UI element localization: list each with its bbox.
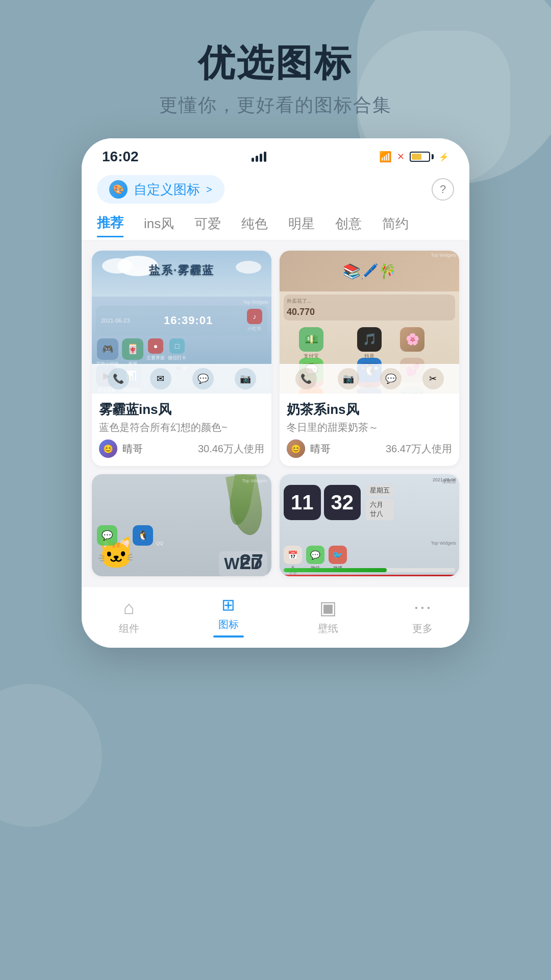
more-tab-label: 更多 (412, 622, 433, 635)
bolt-icon: ⚡ (439, 152, 449, 162)
theme-card-blue[interactable]: 👑 盐系·雾霾蓝 Top Widgets 2021-06-23 16: (92, 251, 271, 466)
author-name-blue: 晴哥 (122, 442, 143, 456)
status-bar: 16:02 📶 ✕ ⚡ (82, 138, 469, 170)
tab-bar: 推荐 ins风 可爱 纯色 明星 创意 简约 (82, 209, 469, 240)
card-info-cream: 奶茶系ins风 冬日里的甜栗奶茶～ 😊 晴哥 36.47万人使用 (280, 394, 459, 466)
status-icons: 📶 ✕ ⚡ (379, 151, 449, 163)
signal-bars-icon (252, 152, 266, 162)
card-name-cream: 奶茶系ins风 (287, 401, 452, 419)
icons-tab-label: 图标 (218, 618, 239, 631)
header-section: 优选图标 更懂你，更好看的图标合集 (0, 0, 551, 138)
theme-card-dark[interactable]: 2021-08-06 星期五 11 32 星期五 六月廿八 (280, 474, 459, 576)
status-time: 16:02 (102, 149, 139, 165)
tab-cute[interactable]: 可爱 (194, 215, 221, 237)
sim-icon: ✕ (397, 151, 405, 162)
card-name-blue: 雾霾蓝ins风 (99, 401, 264, 419)
card-desc-blue: 蓝色是符合所有幻想的颜色~ (99, 421, 264, 434)
icons-tab-icon: ⊞ (221, 595, 235, 615)
tab-creative[interactable]: 创意 (335, 215, 362, 237)
help-button[interactable]: ? (432, 178, 454, 201)
theme-card-grid: 👑 盐系·雾霾蓝 Top Widgets 2021-06-23 16: (92, 251, 459, 576)
theme-card-cream[interactable]: 📚🖊️🎋 Top Widgets 外卖花了... 40.770 💵 支付宝 (280, 251, 459, 466)
phone-frame: 16:02 📶 ✕ ⚡ 🎨 自定义图标 > (82, 138, 469, 648)
custom-button-label: 自定义图标 (134, 181, 200, 199)
tab-solid[interactable]: 纯色 (241, 215, 268, 237)
preview-title-blue: 盐系·雾霾蓝 (149, 263, 214, 278)
author-avatar-cream: 😊 (287, 439, 305, 458)
tab-simple[interactable]: 简约 (382, 215, 409, 237)
phone-tab-widgets[interactable]: ⌂ 组件 (119, 597, 139, 635)
phone-bottom-bar: ⌂ 组件 ⊞ 图标 ▣ 壁纸 ⋯ 更多 (82, 586, 469, 648)
wallpaper-tab-label: 壁纸 (318, 622, 338, 635)
active-tab-indicator (213, 635, 244, 638)
help-icon: ? (440, 183, 446, 196)
wifi-icon: 📶 (379, 151, 392, 163)
card-info-blue: 雾霾蓝ins风 蓝色是符合所有幻想的颜色~ 😊 晴哥 30.46万人使用 (92, 394, 271, 466)
tab-ins[interactable]: ins风 (144, 215, 174, 237)
tab-star[interactable]: 明星 (288, 215, 315, 237)
custom-arrow-icon: > (206, 184, 212, 195)
signal-indicator (252, 152, 266, 162)
card-preview-cream: 📚🖊️🎋 Top Widgets 外卖花了... 40.770 💵 支付宝 (280, 251, 459, 394)
phone-tab-wallpaper[interactable]: ▣ 壁纸 (318, 597, 338, 635)
author-avatar-blue: 😊 (99, 439, 117, 458)
tab-recommended[interactable]: 推荐 (97, 214, 123, 237)
battery-icon (410, 152, 434, 162)
widgets-tab-label: 组件 (119, 622, 139, 635)
more-tab-icon: ⋯ (413, 597, 432, 619)
widgets-tab-icon: ⌂ (123, 597, 135, 619)
card-preview-blue: 👑 盐系·雾霾蓝 Top Widgets 2021-06-23 16: (92, 251, 271, 394)
phone-tab-more[interactable]: ⋯ 更多 (412, 597, 433, 635)
phone-tab-icons[interactable]: ⊞ 图标 (213, 595, 244, 638)
custom-icon-image: 🎨 (109, 180, 128, 199)
content-area: 👑 盐系·雾霾蓝 Top Widgets 2021-06-23 16: (82, 240, 469, 586)
theme-card-cat[interactable]: 🐱 Top Widgets 💬 微信 🐧 QQ WED 27 (92, 474, 271, 576)
custom-icon-button[interactable]: 🎨 自定义图标 > (97, 175, 224, 204)
custom-bar: 🎨 自定义图标 > ? (82, 170, 469, 209)
users-count-blue: 30.46万人使用 (198, 442, 264, 456)
page-title: 优选图标 (0, 41, 551, 85)
card-meta-cream: 😊 晴哥 36.47万人使用 (287, 439, 452, 458)
wallpaper-tab-icon: ▣ (319, 597, 337, 619)
users-count-cream: 36.47万人使用 (386, 442, 452, 456)
page-subtitle: 更懂你，更好看的图标合集 (0, 93, 551, 118)
card-desc-cream: 冬日里的甜栗奶茶～ (287, 421, 452, 434)
card-meta-blue: 😊 晴哥 30.46万人使用 (99, 439, 264, 458)
author-name-cream: 晴哥 (310, 442, 331, 456)
